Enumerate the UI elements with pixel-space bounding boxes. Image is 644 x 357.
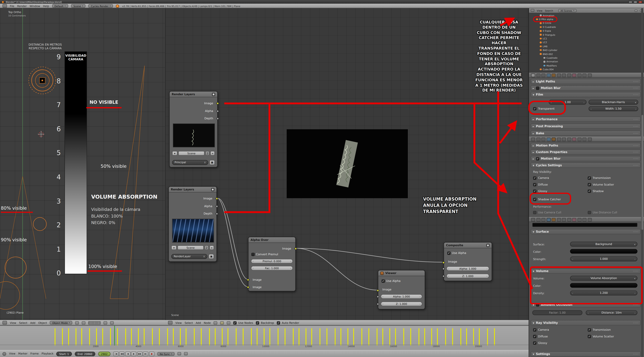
panel-ambient-occlusion[interactable]: ▼Ambient Occlusion···· — [531, 302, 641, 307]
image-input-socket[interactable] — [442, 261, 445, 264]
panel-motion-paths[interactable]: ►Motion Paths···· — [531, 143, 641, 148]
render-layers-node-2[interactable]: Render Layers Image Alpha Depth ▾ Scene … — [168, 186, 217, 262]
sync-dropdown[interactable]: No Sync▾ — [157, 352, 174, 356]
render-engine-dropdown[interactable]: Cycles Render▾ — [88, 4, 113, 8]
transparent-checkbox[interactable]: ✓Transparent — [533, 107, 554, 110]
use-nodes-checkbox[interactable]: ✓Use Nodes — [233, 321, 253, 325]
tab-texture-icon[interactable] — [577, 73, 581, 77]
increment-arrow-icon[interactable]: › — [420, 302, 420, 305]
rerender-layer-icon[interactable]: ▣ — [209, 254, 214, 259]
increment-arrow-icon[interactable]: › — [634, 257, 636, 260]
jump-to-start-button[interactable]: |◀ — [113, 352, 119, 356]
decrement-arrow-icon[interactable]: ‹ — [551, 101, 552, 104]
decrement-arrow-icon[interactable]: ‹ — [252, 260, 254, 263]
world-volume-scatter-checkbox[interactable]: ✓Volume Scatter — [588, 335, 614, 338]
panel-motion-blur[interactable]: ►Motion Blur···· — [531, 85, 641, 91]
surface-color-swatch[interactable] — [570, 249, 638, 254]
play-button[interactable]: ▶ — [131, 352, 136, 356]
keying-set-icon[interactable] — [177, 352, 181, 356]
panel-cycles-settings[interactable]: ▼Cycles Settings···· — [531, 163, 641, 168]
menu-render[interactable]: Render — [17, 4, 27, 8]
tab-render-layers-icon[interactable] — [536, 73, 540, 77]
tab-texture-icon[interactable] — [577, 218, 581, 221]
ao-factor-slider[interactable]: Factor: 1.00 — [532, 310, 582, 315]
clock-icon[interactable] — [2, 352, 6, 356]
density-slider[interactable]: ‹1.200› — [570, 291, 638, 295]
shadow-checkbox[interactable]: ✓Shadow — [588, 190, 604, 193]
tab-texture-icon[interactable] — [577, 137, 581, 141]
timeline-menu-frame[interactable]: Frame — [30, 352, 39, 356]
shadow-catcher-checkbox[interactable]: ✓Shadow Catcher — [533, 198, 561, 201]
browse-scene-icon[interactable]: ▾ — [171, 245, 176, 250]
viewport-3d[interactable]: Top Ortho 10 Centimeters (2902) Plane DI… — [0, 8, 166, 320]
strength-slider[interactable]: ‹1.000› — [570, 256, 638, 261]
increment-arrow-icon[interactable]: › — [635, 107, 636, 110]
increment-arrow-icon[interactable]: › — [486, 275, 488, 277]
world-camera-checkbox[interactable]: ✓Camera — [533, 328, 549, 332]
panel-settings[interactable]: ▼Settings···· — [531, 351, 641, 357]
fac-field[interactable]: ‹ Fac: 1.000 › — [251, 266, 293, 270]
checkbox-icon[interactable] — [536, 303, 539, 306]
panel-object-motion-blur[interactable]: ►✓Motion Blur···· — [531, 156, 641, 161]
node-menu-select[interactable]: Select — [185, 321, 193, 325]
outliner-row[interactable]: LC2 — [529, 40, 642, 44]
texture-nodes-icon[interactable] — [227, 321, 230, 325]
outliner-row[interactable]: 0 PRin alpha — [529, 17, 642, 21]
viewport-menu-select[interactable]: Select — [19, 321, 27, 325]
panel-bake[interactable]: ►Bake···· — [531, 131, 641, 136]
node-header[interactable]: Composite — [444, 243, 492, 248]
decrement-arrow-icon[interactable]: ‹ — [591, 107, 592, 110]
start-frame-field[interactable]: Start:1 — [56, 352, 72, 356]
render-layers-node-1[interactable]: Render Layers Image Alpha Depth ▾ Scene … — [169, 91, 218, 167]
maximize-button[interactable]: □ — [633, 1, 637, 3]
tab-render-layers-icon[interactable] — [536, 137, 540, 141]
filter-type-dropdown[interactable]: Blackman-Harris▾ — [588, 100, 638, 105]
viewport-menu-object[interactable]: Object — [38, 321, 47, 325]
properties-scrollbar[interactable] — [641, 8, 643, 357]
viewport-menu-view[interactable]: View — [10, 321, 16, 325]
z-input-socket[interactable] — [377, 303, 379, 305]
panel-light-paths[interactable]: ►Light Paths···· — [531, 79, 641, 84]
image-input-socket[interactable] — [247, 286, 250, 288]
play-reverse-button[interactable]: ◀ — [125, 352, 131, 356]
next-keyframe-button[interactable]: ▶▶ — [137, 352, 142, 356]
checkbox-icon[interactable] — [536, 86, 539, 90]
jump-to-end-button[interactable]: ▶| — [143, 352, 148, 356]
diffuse-checkbox[interactable]: ✓Diffuse — [533, 183, 548, 186]
tab-modifiers-icon[interactable] — [562, 218, 566, 221]
timeline-track[interactable]: 2000400060008000100001200014000160001800… — [0, 326, 528, 350]
tab-constraints-icon[interactable] — [557, 73, 561, 77]
convert-premul-checkbox[interactable]: Convert Premul — [252, 253, 278, 256]
minimize-button[interactable]: – — [628, 1, 632, 3]
scrollbar-thumb[interactable] — [641, 115, 643, 230]
info-editor-icon[interactable] — [2, 4, 7, 8]
node-menu-add[interactable]: Add — [196, 321, 201, 325]
node-menu-view[interactable]: View — [176, 321, 182, 325]
panel-volume[interactable]: ▼Volume···· — [531, 268, 641, 274]
close-button[interactable]: × — [638, 1, 642, 3]
tab-physics-icon[interactable] — [588, 137, 592, 141]
use-camera-cull-checkbox[interactable]: Use Camera Cull — [533, 211, 561, 214]
tab-render-layers-icon[interactable] — [536, 218, 540, 221]
tab-object-icon[interactable] — [552, 73, 556, 77]
tab-modifiers-icon[interactable] — [562, 73, 566, 77]
outliner-row[interactable]: Cuadrado — [529, 56, 642, 60]
prev-keyframe-button[interactable]: ◀◀ — [119, 352, 124, 356]
world-transmission-checkbox[interactable]: ✓Transmission — [588, 328, 611, 332]
image-input-socket[interactable] — [247, 278, 250, 281]
ao-distance-slider[interactable]: ‹ Distance: 10m › — [586, 310, 638, 315]
node-editor-icon[interactable] — [168, 321, 172, 325]
world-glossy-checkbox[interactable]: ✓Glossy — [533, 342, 547, 345]
decrement-arrow-icon[interactable]: ‹ — [588, 311, 589, 314]
viewport-shading-icon[interactable] — [75, 321, 79, 325]
alpha-input-socket[interactable] — [442, 267, 445, 270]
node-header[interactable]: Alpha Over — [248, 237, 295, 243]
outliner-scope-dropdown[interactable]: All Scenes ▾ — [558, 9, 576, 12]
z-input-socket[interactable] — [442, 275, 445, 277]
tab-particles-icon[interactable] — [582, 73, 586, 77]
surface-type-dropdown[interactable]: Background▾ — [570, 242, 638, 247]
tab-render-icon[interactable] — [531, 137, 535, 141]
tab-physics-icon[interactable] — [588, 73, 592, 77]
scene-name-field[interactable]: Scene — [178, 151, 204, 156]
tab-scene-icon[interactable] — [541, 73, 546, 77]
